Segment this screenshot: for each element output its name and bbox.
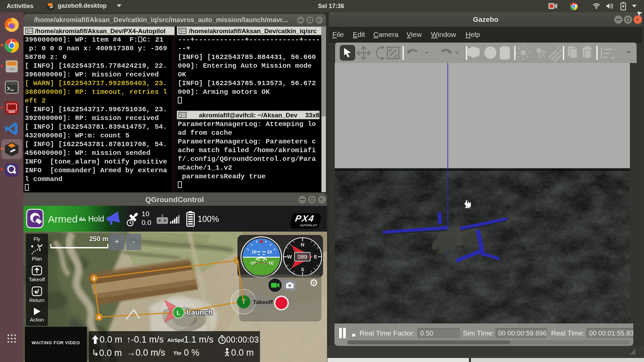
- svg-text:Launch: Launch: [186, 308, 213, 316]
- svg-text:089: 089: [298, 254, 307, 260]
- svg-text:L: L: [177, 310, 180, 316]
- svg-text:3: 3: [93, 276, 95, 281]
- svg-text:N: N: [301, 242, 305, 247]
- svg-text:S: S: [301, 266, 304, 272]
- svg-text:4: 4: [98, 314, 101, 320]
- svg-text:E: E: [314, 254, 317, 259]
- svg-text:10: 10: [252, 249, 256, 254]
- svg-text:-10: -10: [250, 260, 256, 265]
- svg-text:W: W: [287, 254, 292, 259]
- svg-text:-1C: -1C: [267, 260, 274, 265]
- svg-text:10: 10: [267, 249, 272, 254]
